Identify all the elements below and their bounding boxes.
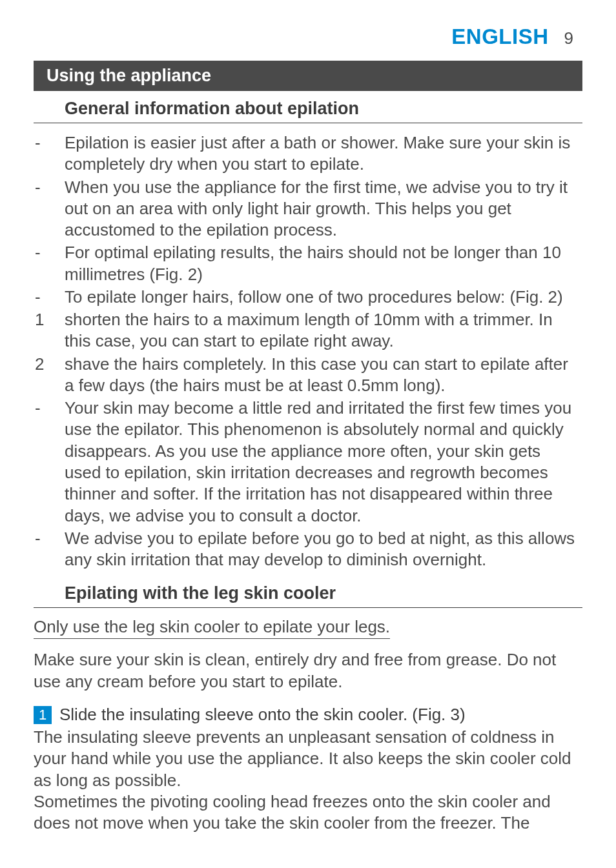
list-text: Epilation is easier just after a bath or… [65, 132, 576, 176]
list-item: - For optimal epilating results, the hai… [34, 242, 576, 285]
list-marker: - [34, 528, 65, 571]
page-number: 9 [564, 28, 573, 48]
list-text: To epilate longer hairs, follow one of t… [65, 287, 576, 308]
underlined-note: Only use the leg skin cooler to epilate … [34, 616, 390, 639]
list-marker: - [34, 287, 65, 308]
list-marker: - [34, 398, 65, 527]
step-text: Slide the insulating sleeve onto the ski… [59, 704, 582, 725]
list-item: - When you use the appliance for the fir… [34, 177, 576, 241]
subsection-heading-general: General information about epilation [34, 92, 582, 123]
prep-paragraph: Make sure your skin is clean, entirely d… [34, 649, 582, 692]
list-text: shorten the hairs to a maximum length of… [65, 309, 576, 352]
list-item: 1 shorten the hairs to a maximum length … [34, 309, 576, 352]
list-text: For optimal epilating results, the hairs… [65, 242, 576, 285]
section-heading-bar: Using the appliance [34, 61, 582, 91]
underlined-note-wrapper: Only use the leg skin cooler to epilate … [34, 616, 582, 649]
list-marker: 2 [34, 354, 65, 397]
list-text: shave the hairs completely. In this case… [65, 354, 576, 397]
list-text: We advise you to epilate before you go t… [65, 528, 576, 571]
list-item: - Your skin may become a little red and … [34, 398, 576, 527]
list-item: - We advise you to epilate before you go… [34, 528, 576, 571]
language-label: ENGLISH [451, 25, 548, 49]
list-text: When you use the appliance for the first… [65, 177, 576, 241]
list-marker: 1 [34, 309, 65, 352]
list-item: - Epilation is easier just after a bath … [34, 132, 576, 176]
list-text: Your skin may become a little red and ir… [65, 398, 576, 527]
list-marker: - [34, 242, 65, 285]
list-marker: - [34, 177, 65, 241]
list-item: 2 shave the hairs completely. In this ca… [34, 354, 576, 397]
step-number-badge: 1 [34, 706, 52, 724]
list-marker: - [34, 132, 65, 176]
subsection-heading-skin-cooler: Epilating with the leg skin cooler [34, 572, 582, 608]
bullet-list: - Epilation is easier just after a bath … [34, 132, 582, 570]
step-line: 1 Slide the insulating sleeve onto the s… [34, 704, 582, 725]
after-step-paragraph: The insulating sleeve prevents an unplea… [34, 727, 582, 834]
list-item: - To epilate longer hairs, follow one of… [34, 287, 576, 308]
page-header: ENGLISH 9 [34, 25, 582, 49]
